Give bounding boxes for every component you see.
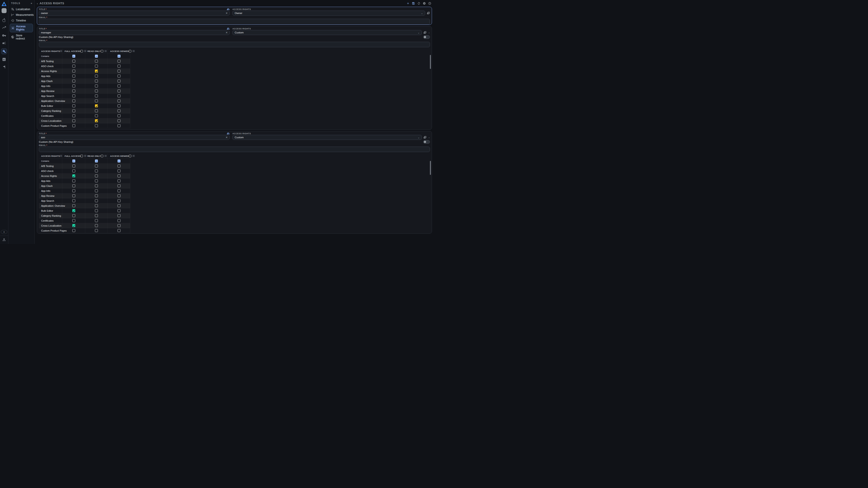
checkbox-full-access-app-review[interactable]	[72, 194, 75, 197]
clear-title-icon[interactable]: ✕	[225, 136, 228, 139]
checkbox-access-denied-app-search[interactable]	[118, 94, 121, 97]
save-icon[interactable]	[412, 2, 415, 5]
checkbox-full-access-category-ranking[interactable]	[72, 214, 75, 217]
checkbox-access-denied-application-overview[interactable]	[118, 204, 121, 207]
checkbox-read-only-category-ranking[interactable]	[95, 214, 98, 217]
checkbox-access-denied-custom-product-pages[interactable]	[118, 229, 121, 232]
table-scrollbar[interactable]	[430, 55, 431, 69]
checkbox-full-access-aso-check[interactable]	[72, 169, 75, 172]
checkbox-access-denied-access-rights[interactable]	[118, 70, 121, 72]
checkbox-read-only-custom-product-pages[interactable]	[95, 229, 98, 232]
checkbox-full-access-cross-localization[interactable]	[72, 119, 75, 122]
checkbox-access-denied-app-ads[interactable]	[118, 74, 121, 77]
copy-icon[interactable]	[423, 31, 427, 34]
checkbox-access-denied-app-info[interactable]	[118, 85, 121, 88]
table-scrollbar[interactable]	[430, 161, 431, 175]
column-menu-icon[interactable]	[104, 50, 107, 52]
flag-icon[interactable]	[2, 65, 6, 69]
checkbox-read-only-bulk-editor[interactable]	[95, 104, 98, 107]
app-avatar[interactable]	[2, 8, 6, 13]
select-all-checkbox[interactable]	[101, 155, 103, 157]
checkbox-full-access-application-overview[interactable]	[72, 99, 75, 102]
sidebar-collapse-icon[interactable]: «	[31, 2, 32, 4]
expand-chevron-icon[interactable]: ⌄	[428, 31, 430, 34]
sidebar-item-measurements[interactable]: Measurements	[10, 12, 33, 18]
checkbox-full-access-bulk-editor[interactable]	[72, 209, 75, 212]
apple-icon[interactable]	[2, 18, 6, 22]
checkbox-read-only-cross-localization[interactable]	[95, 224, 98, 227]
group-indeterminate-checkbox[interactable]	[72, 160, 75, 162]
group-indeterminate-checkbox[interactable]	[72, 55, 75, 58]
checkbox-read-only-bulk-editor[interactable]	[95, 209, 98, 212]
checkbox-full-access-app-ads[interactable]	[72, 74, 75, 77]
checkbox-read-only-app-info[interactable]	[95, 85, 98, 88]
checkbox-access-denied-cross-localization[interactable]	[118, 224, 121, 227]
checkbox-read-only-category-ranking[interactable]	[95, 109, 98, 112]
checkbox-read-only-custom-product-pages[interactable]	[95, 124, 98, 127]
checkbox-read-only-application-overview[interactable]	[95, 99, 98, 102]
clear-title-icon[interactable]: ✕	[225, 31, 228, 34]
sidebar-item-store-redirect[interactable]: Store redirect	[10, 33, 33, 41]
title-input[interactable]: owner ✕	[39, 11, 230, 15]
column-menu-icon[interactable]	[104, 155, 107, 157]
checkbox-access-denied-app-info[interactable]	[118, 189, 121, 192]
select-all-checkbox[interactable]	[81, 155, 83, 157]
select-all-checkbox[interactable]	[81, 50, 83, 53]
checkbox-access-denied-app-search[interactable]	[118, 199, 121, 202]
checkbox-access-denied-aso-check[interactable]	[118, 169, 121, 172]
column-menu-icon[interactable]	[132, 155, 135, 157]
checkbox-access-denied-bulk-editor[interactable]	[118, 209, 121, 212]
checkbox-read-only-aso-check[interactable]	[95, 169, 98, 172]
checkbox-full-access-custom-product-pages[interactable]	[72, 229, 75, 232]
checkbox-read-only-app-clash[interactable]	[95, 79, 98, 83]
megaphone-icon[interactable]	[2, 41, 6, 45]
checkbox-read-only-app-ads[interactable]	[95, 180, 98, 182]
email-input[interactable]	[39, 42, 430, 47]
checkbox-access-denied-app-clash[interactable]	[118, 184, 121, 187]
column-menu-icon[interactable]	[60, 155, 62, 157]
checkbox-full-access-app-search[interactable]	[72, 94, 75, 97]
gear-icon[interactable]	[423, 2, 426, 5]
checkbox-read-only-app-review[interactable]	[95, 194, 98, 197]
checkbox-full-access-app-info[interactable]	[72, 189, 75, 192]
title-input[interactable]: manager ✕	[39, 30, 230, 35]
back-chevron-icon[interactable]: ‹	[37, 2, 38, 5]
key-icon[interactable]	[2, 33, 6, 37]
checkbox-full-access-app-search[interactable]	[72, 199, 75, 202]
api-key-sharing-toggle[interactable]	[423, 35, 430, 39]
copy-icon[interactable]	[423, 136, 427, 139]
trending-icon[interactable]	[2, 26, 6, 30]
checkbox-access-denied-category-ranking[interactable]	[118, 109, 121, 112]
checkbox-access-denied-custom-product-pages[interactable]	[118, 124, 121, 127]
sidebar-item-localization[interactable]: Localization	[10, 7, 33, 12]
checkbox-access-denied-access-rights[interactable]	[118, 174, 121, 177]
access-rights-select[interactable]: Custom ⌄	[232, 30, 422, 35]
checkbox-full-access-category-ranking[interactable]	[72, 109, 75, 112]
checkbox-read-only-app-search[interactable]	[95, 199, 98, 202]
checkbox-read-only-aso-check[interactable]	[95, 65, 98, 68]
checkbox-access-denied-a-b-testing[interactable]	[118, 60, 121, 63]
sidebar-item-access-rights[interactable]: Access Rights	[10, 24, 33, 32]
checkbox-access-denied-app-clash[interactable]	[118, 79, 121, 83]
checkbox-full-access-cross-localization[interactable]	[72, 224, 75, 227]
copy-icon[interactable]	[427, 11, 430, 15]
clear-title-icon[interactable]: ✕	[225, 12, 228, 15]
checkbox-read-only-app-review[interactable]	[95, 90, 98, 92]
checkbox-full-access-certificates[interactable]	[72, 219, 75, 222]
checkbox-full-access-app-info[interactable]	[72, 85, 75, 88]
checkbox-access-denied-cross-localization[interactable]	[118, 119, 121, 122]
column-menu-icon[interactable]	[60, 50, 62, 52]
refresh-icon[interactable]	[417, 2, 421, 5]
email-input[interactable]	[39, 19, 430, 25]
checkbox-access-denied-bulk-editor[interactable]	[118, 104, 121, 107]
group-indeterminate-checkbox[interactable]	[95, 55, 98, 58]
checkbox-read-only-a-b-testing[interactable]	[95, 164, 98, 167]
checkbox-full-access-aso-check[interactable]	[72, 65, 75, 68]
help-icon[interactable]	[428, 2, 431, 5]
rail-collapse-button[interactable]: «	[1, 230, 7, 234]
select-all-checkbox[interactable]	[129, 50, 131, 53]
checkbox-full-access-certificates[interactable]	[72, 114, 75, 117]
group-indeterminate-checkbox[interactable]	[118, 55, 121, 58]
checkbox-read-only-app-info[interactable]	[95, 189, 98, 192]
checkbox-full-access-access-rights[interactable]	[72, 70, 75, 72]
